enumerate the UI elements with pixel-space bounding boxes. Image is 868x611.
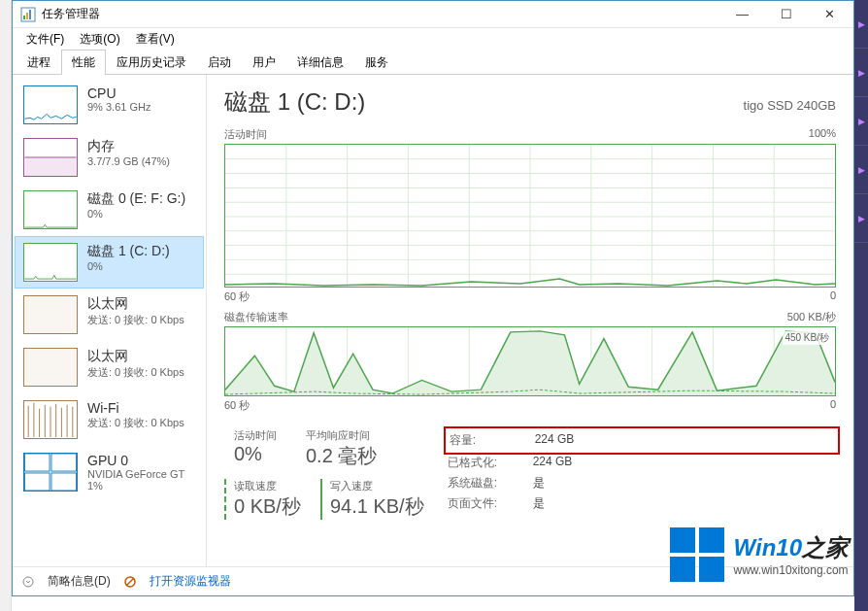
- sidebar[interactable]: CPU 9% 3.61 GHz 内存 3.7/7.9 GB (47%): [13, 75, 207, 566]
- svg-line-49: [126, 578, 134, 586]
- menu-file[interactable]: 文件(F): [18, 29, 72, 50]
- svg-rect-2: [26, 13, 28, 19]
- sidebar-item-sub2: 1%: [87, 480, 195, 492]
- system-disk-key: 系统磁盘:: [448, 475, 517, 492]
- sidebar-item-sub: 发送: 0 接收: 0 Kbps: [87, 416, 195, 430]
- active-time-value: 0%: [234, 443, 277, 465]
- read-speed-label: 读取速度: [234, 479, 301, 493]
- avg-response-value: 0.2 毫秒: [306, 443, 377, 469]
- tab-processes[interactable]: 进程: [17, 50, 61, 75]
- chart-label-tr: 100%: [809, 127, 836, 142]
- chart-x-left: 60 秒: [224, 289, 250, 304]
- app-icon: [20, 7, 36, 22]
- sidebar-item-ethernet-0[interactable]: 以太网 发送: 0 接收: 0 Kbps: [15, 289, 204, 341]
- tab-performance[interactable]: 性能: [61, 50, 106, 75]
- active-time-label: 活动时间: [234, 428, 277, 443]
- chevron-down-icon[interactable]: [22, 576, 34, 588]
- memory-thumb-icon: [23, 138, 78, 177]
- svg-rect-18: [51, 473, 77, 491]
- sidebar-item-sub: 3.7/7.9 GB (47%): [87, 155, 195, 167]
- sidebar-item-label: 磁盘 1 (C: D:): [87, 243, 195, 260]
- menubar: 文件(F) 选项(O) 查看(V): [13, 28, 853, 50]
- svg-rect-15: [24, 454, 50, 471]
- sidebar-item-sub: 发送: 0 接收: 0 Kbps: [87, 365, 195, 380]
- disk-thumb-icon: [23, 243, 78, 282]
- sidebar-item-label: 以太网: [87, 295, 195, 313]
- maximize-button[interactable]: ☐: [764, 1, 808, 28]
- close-button[interactable]: ✕: [808, 1, 851, 28]
- capacity-highlight: 容量: 224 GB: [444, 426, 840, 455]
- sidebar-item-ethernet-1[interactable]: 以太网 发送: 0 接收: 0 Kbps: [15, 341, 204, 393]
- properties-table: 容量: 224 GB 已格式化: 224 GB 系统磁盘: 是: [448, 426, 836, 514]
- minimize-button[interactable]: —: [720, 1, 764, 28]
- pagefile-value: 是: [533, 495, 545, 512]
- sidebar-item-label: CPU: [87, 85, 195, 101]
- tabbar: 进程 性能 应用历史记录 启动 用户 详细信息 服务: [13, 50, 853, 75]
- activity-chart-area[interactable]: [224, 144, 836, 288]
- sidebar-item-label: GPU 0: [87, 453, 195, 468]
- gpu-thumb-icon: [23, 453, 78, 492]
- tab-apphistory[interactable]: 应用历史记录: [106, 50, 197, 75]
- page-title: 磁盘 1 (C: D:): [224, 86, 365, 118]
- svg-point-47: [23, 577, 33, 587]
- ethernet-thumb-icon: [23, 295, 78, 334]
- capacity-key: 容量:: [450, 432, 519, 449]
- windows-logo-icon: [670, 527, 724, 582]
- watermark-title: Win10之家: [734, 532, 849, 563]
- task-manager-window: 任务管理器 — ☐ ✕ 文件(F) 选项(O) 查看(V) 进程 性能 应用历史…: [12, 0, 854, 596]
- capacity-value: 224 GB: [535, 432, 575, 449]
- sidebar-item-gpu0[interactable]: GPU 0 NVIDIA GeForce GT 1%: [15, 446, 204, 498]
- tab-details[interactable]: 详细信息: [286, 50, 354, 75]
- chart-label-tl: 活动时间: [224, 127, 267, 142]
- titlebar[interactable]: 任务管理器 — ☐ ✕: [13, 1, 853, 28]
- formatted-key: 已格式化:: [448, 455, 517, 471]
- resmon-icon: [124, 576, 136, 588]
- sidebar-item-label: Wi-Fi: [87, 400, 195, 416]
- watermark: Win10之家 www.win10xitong.com: [670, 527, 849, 582]
- wifi-thumb-icon: [23, 400, 78, 439]
- sidebar-item-sub: 9% 3.61 GHz: [87, 101, 195, 113]
- tab-startup[interactable]: 启动: [197, 50, 242, 75]
- sidebar-item-wifi[interactable]: Wi-Fi 发送: 0 接收: 0 Kbps: [15, 393, 204, 446]
- sidebar-item-label: 磁盘 0 (E: F: G:): [87, 190, 195, 208]
- svg-rect-16: [51, 454, 77, 471]
- activity-chart: 活动时间 100% 60 秒 0: [224, 127, 836, 304]
- sidebar-item-disk0[interactable]: 磁盘 0 (E: F: G:) 0%: [15, 184, 204, 236]
- ethernet-thumb-icon: [23, 348, 78, 387]
- sidebar-item-sub: NVIDIA GeForce GT: [87, 468, 195, 480]
- read-speed-value: 0 KB/秒: [234, 493, 301, 520]
- tab-users[interactable]: 用户: [242, 50, 286, 75]
- menu-view[interactable]: 查看(V): [128, 29, 183, 50]
- sidebar-item-cpu[interactable]: CPU 9% 3.61 GHz: [15, 79, 204, 131]
- avg-response-label: 平均响应时间: [306, 428, 377, 443]
- main-panel: 磁盘 1 (C: D:) tigo SSD 240GB 活动时间 100%: [207, 75, 853, 566]
- chart-x-left: 60 秒: [224, 398, 250, 413]
- disk-thumb-icon: [23, 190, 78, 229]
- watermark-url: www.win10xitong.com: [734, 563, 849, 577]
- write-speed-value: 94.1 KB/秒: [330, 493, 424, 520]
- disk-model: tigo SSD 240GB: [744, 98, 836, 113]
- sidebar-item-sub: 0%: [87, 208, 195, 220]
- sidebar-item-label: 以太网: [87, 348, 195, 365]
- menu-options[interactable]: 选项(O): [72, 29, 127, 50]
- chart-inset-label: 450 KB/秒: [783, 331, 831, 345]
- sidebar-item-sub: 发送: 0 接收: 0 Kbps: [87, 313, 195, 327]
- cpu-thumb-icon: [23, 85, 78, 124]
- pagefile-key: 页面文件:: [448, 495, 517, 512]
- chart-label-tl: 磁盘传输速率: [224, 310, 288, 324]
- svg-rect-4: [24, 157, 76, 176]
- fewer-details-button[interactable]: 简略信息(D): [48, 573, 111, 590]
- tab-services[interactable]: 服务: [354, 50, 399, 75]
- sidebar-item-disk1[interactable]: 磁盘 1 (C: D:) 0%: [15, 236, 204, 289]
- open-resmon-link[interactable]: 打开资源监视器: [150, 573, 231, 590]
- chart-label-tr: 500 KB/秒: [787, 310, 836, 324]
- sidebar-item-memory[interactable]: 内存 3.7/7.9 GB (47%): [15, 131, 204, 184]
- transfer-chart-area[interactable]: 450 KB/秒: [224, 326, 836, 396]
- sidebar-item-label: 内存: [87, 138, 195, 155]
- svg-rect-1: [23, 16, 25, 19]
- formatted-value: 224 GB: [533, 455, 573, 471]
- chart-x-right: 0: [830, 398, 836, 413]
- system-disk-value: 是: [533, 475, 545, 492]
- sidebar-item-sub: 0%: [87, 260, 195, 272]
- write-speed-label: 写入速度: [330, 479, 424, 493]
